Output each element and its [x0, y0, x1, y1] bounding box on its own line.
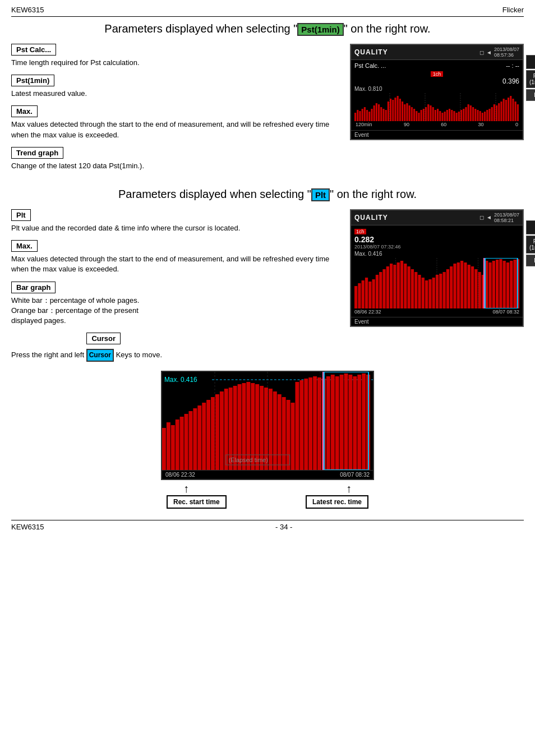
- svg-rect-168: [326, 376, 330, 470]
- svg-rect-76: [354, 286, 357, 308]
- param-pst-calc-label: Pst Calc...: [11, 44, 56, 56]
- svg-rect-65: [505, 100, 507, 121]
- svg-rect-59: [491, 107, 493, 121]
- device-screen-2-wrapper: QUALITY ◻ ◄ 2013/08/0708:58:21 1ch 0.282…: [350, 209, 524, 362]
- svg-rect-77: [358, 283, 361, 308]
- svg-rect-155: [269, 389, 273, 470]
- cursor-desc: Press the right and left Cursor Keys to …: [11, 349, 339, 362]
- svg-rect-20: [399, 99, 401, 121]
- device1-body: Pst Calc. ... -- : -- 1ch 0.396 Max. 0.8…: [351, 60, 523, 130]
- device2-event-label: Event: [354, 319, 369, 325]
- device1-btn-v[interactable]: V: [526, 55, 535, 69]
- svg-rect-94: [418, 275, 421, 308]
- svg-rect-23: [406, 103, 408, 121]
- svg-rect-58: [488, 109, 490, 121]
- header-right: Flicker: [502, 6, 524, 14]
- svg-rect-60: [494, 104, 495, 121]
- device1-pst-calc-value: -- : --: [506, 62, 519, 69]
- svg-rect-90: [404, 264, 407, 308]
- svg-rect-51: [472, 107, 474, 121]
- svg-rect-96: [425, 280, 428, 308]
- page-footer: KEW6315 - 34 -: [11, 520, 524, 531]
- rec-start-arrow: ↑: [183, 482, 189, 495]
- svg-rect-12: [380, 107, 382, 121]
- svg-rect-120: [510, 261, 513, 308]
- svg-rect-46: [460, 110, 462, 121]
- svg-rect-131: [162, 428, 166, 470]
- svg-rect-50: [470, 105, 472, 121]
- svg-rect-68: [512, 99, 514, 121]
- param-max2: Max. Max values detected through the sta…: [11, 240, 339, 274]
- svg-rect-174: [353, 376, 357, 470]
- svg-rect-139: [197, 405, 201, 470]
- svg-rect-143: [215, 394, 219, 470]
- svg-rect-119: [506, 262, 509, 308]
- section2-left: Plt Plt value and the recorded date & ti…: [11, 209, 339, 362]
- device2-signal-icon: ◄: [486, 214, 492, 220]
- svg-rect-105: [457, 262, 460, 308]
- param-trend-graph: Trend graph Change of the latest 120 dat…: [11, 147, 339, 171]
- svg-rect-43: [453, 111, 455, 121]
- param-bar-graph: Bar graph White bar：percentage of whole …: [11, 282, 339, 326]
- device2-icons: ◻ ◄ 2013/08/0708:58:21: [479, 212, 519, 223]
- svg-rect-18: [394, 98, 396, 121]
- svg-rect-80: [368, 282, 371, 308]
- device2-ch-label: 1ch: [354, 229, 366, 234]
- svg-rect-13: [382, 109, 384, 121]
- svg-rect-175: [357, 375, 361, 470]
- svg-rect-109: [471, 266, 474, 308]
- timeline-30: 30: [478, 122, 484, 127]
- svg-rect-93: [414, 272, 417, 308]
- svg-rect-25: [411, 107, 413, 121]
- svg-rect-171: [340, 375, 344, 470]
- svg-rect-3: [359, 111, 361, 121]
- device2-graph: [354, 258, 519, 308]
- svg-rect-2: [357, 110, 358, 121]
- svg-rect-40: [446, 110, 448, 121]
- svg-rect-54: [479, 111, 481, 121]
- device1-value: 0.396: [502, 77, 519, 85]
- svg-rect-44: [456, 113, 458, 121]
- param-max1: Max. Max values detected through the sta…: [11, 105, 339, 140]
- svg-rect-56: [484, 112, 486, 121]
- svg-rect-24: [409, 105, 411, 121]
- svg-rect-70: [517, 104, 519, 121]
- device1-timeline: 120min 90 60 30 0: [354, 121, 519, 128]
- svg-rect-78: [362, 280, 365, 308]
- svg-rect-84: [382, 269, 385, 308]
- param-max1-desc: Max values detected through the start to…: [11, 119, 339, 140]
- param-bar-graph-desc-1: White bar：percentage of whole pages.: [11, 296, 339, 306]
- param-trend-graph-desc: Change of the latest 120 data Pst(1min.)…: [11, 161, 339, 171]
- svg-rect-121: [514, 260, 516, 308]
- svg-rect-140: [202, 403, 206, 470]
- svg-rect-7: [368, 112, 370, 121]
- section1-content: Pst Calc... Time length required for Pst…: [11, 44, 524, 178]
- svg-text:(Elapsed time): (Elapsed time): [229, 457, 268, 463]
- param-pst-calc: Pst Calc... Time length required for Pst…: [11, 44, 339, 68]
- device1-btn-plt[interactable]: Plt: [526, 89, 535, 101]
- svg-rect-30: [423, 109, 425, 121]
- footer-left: KEW6315: [11, 523, 44, 531]
- svg-rect-28: [418, 113, 419, 121]
- section2-title-suffix: " on the right row.: [330, 188, 417, 200]
- svg-rect-36: [437, 109, 439, 121]
- svg-rect-95: [422, 278, 425, 308]
- svg-rect-48: [465, 107, 467, 121]
- device2-btn-v[interactable]: V: [526, 220, 535, 234]
- svg-rect-29: [421, 110, 422, 121]
- device1-btn-pst[interactable]: Pst (1min): [526, 70, 535, 88]
- device2-body: 1ch 0.282 2013/08/07 07:32:46 Max. 0.416: [351, 225, 523, 317]
- svg-rect-45: [458, 112, 460, 121]
- svg-rect-34: [432, 107, 434, 121]
- svg-rect-108: [468, 265, 471, 308]
- rec-start-label: Rec. start time: [167, 495, 227, 509]
- device2-btn-pst[interactable]: Pst (1min): [526, 236, 535, 253]
- svg-rect-161: [295, 382, 299, 470]
- device2-btn-plt[interactable]: Plt: [526, 255, 535, 266]
- device1-footer: Event: [351, 130, 523, 139]
- detail-graph-section: Max. 0.416: [11, 371, 524, 509]
- svg-rect-163: [304, 379, 308, 470]
- svg-rect-164: [308, 377, 312, 470]
- svg-rect-38: [441, 113, 443, 121]
- device1-ch-label: 1ch: [431, 71, 444, 77]
